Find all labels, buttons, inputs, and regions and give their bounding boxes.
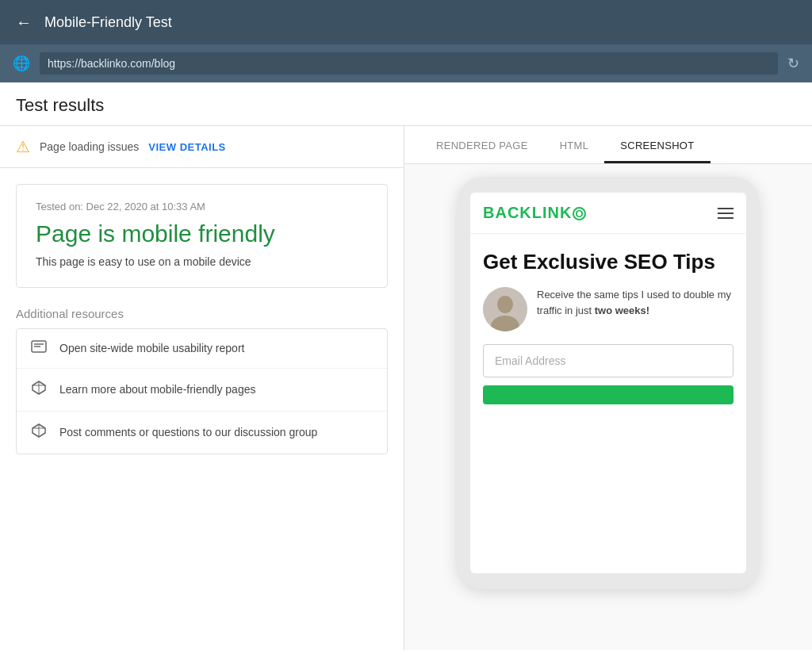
phone-screen: BACKLINKO Get Exclusive SEO Tips [470,193,746,573]
left-panel: ⚠ Page loading issues VIEW DETAILS Teste… [0,126,404,650]
globe-icon: 🌐 [13,55,30,72]
warning-bar: ⚠ Page loading issues VIEW DETAILS [0,126,404,168]
tested-on-text: Tested on: Dec 22, 2020 at 10:33 AM [36,201,368,213]
refresh-icon[interactable]: ↻ [787,55,799,72]
warning-icon: ⚠ [16,137,30,156]
warning-text: Page loading issues [40,140,139,153]
tab-screenshot[interactable]: SCREENSHOT [604,130,710,163]
resource-text-3: Post comments or questions to our discus… [59,425,317,441]
phone-mockup: BACKLINKO Get Exclusive SEO Tips [458,177,759,589]
resource-text-2: Learn more about mobile-friendly pages [59,382,255,398]
right-panel: Rendered page HTML SCREENSHOT BACKLINKO [404,126,812,650]
backlinko-logo: BACKLINKO [483,204,586,222]
cta-button-mock [483,385,733,404]
resource-text-1: Open site-wide mobile usability report [59,341,244,357]
resource-item-1[interactable]: Open site-wide mobile usability report [17,329,387,369]
svg-point-10 [497,296,513,313]
header-bar: ← Mobile-Friendly Test [0,0,812,44]
author-text: Receive the same tips I used to double m… [537,287,733,318]
phone-area: BACKLINKO Get Exclusive SEO Tips [404,164,812,650]
hamburger-icon [718,208,733,219]
email-address-input-mock: Email Address [483,344,733,377]
test-results-title: Test results [16,95,104,115]
site-headline: Get Exclusive SEO Tips [483,250,733,274]
result-card: Tested on: Dec 22, 2020 at 10:33 AM Page… [16,184,388,288]
back-button[interactable]: ← [16,13,32,32]
site-header-mock: BACKLINKO [470,193,746,234]
mobile-friendly-heading: Page is mobile friendly [36,220,368,247]
tabs-bar: Rendered page HTML SCREENSHOT [404,126,812,164]
discussion-icon [29,423,48,442]
site-content-mock: Get Exclusive SEO Tips [470,234,746,420]
main-content: ⚠ Page loading issues VIEW DETAILS Teste… [0,126,812,650]
resource-item-3[interactable]: Post comments or questions to our discus… [17,412,387,454]
test-results-header: Test results [0,82,812,126]
learn-icon [29,380,48,400]
url-bar: 🌐 ↻ [0,44,812,82]
author-row: Receive the same tips I used to double m… [483,287,733,331]
avatar [483,287,527,331]
additional-resources-title: Additional resources [0,301,404,328]
usability-report-icon [29,340,48,357]
resources-card: Open site-wide mobile usability report L… [16,328,388,454]
tab-rendered-page[interactable]: Rendered page [420,130,544,163]
resource-item-2[interactable]: Learn more about mobile-friendly pages [17,369,387,412]
url-input[interactable] [40,52,778,75]
page-title: Mobile-Friendly Test [44,14,172,31]
view-details-link[interactable]: VIEW DETAILS [148,141,225,153]
tab-html[interactable]: HTML [544,130,605,163]
mobile-friendly-desc: This page is easy to use on a mobile dev… [36,255,368,268]
